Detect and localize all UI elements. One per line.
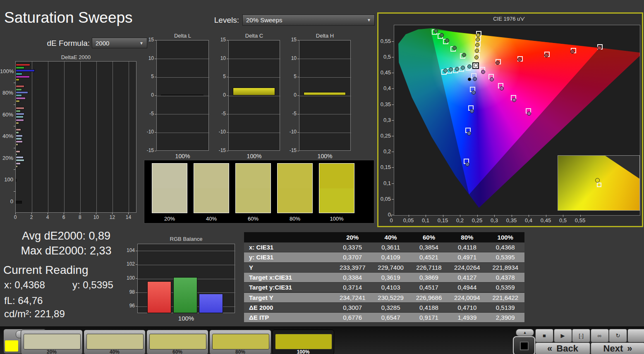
- cie-y-tick: [392, 73, 394, 73]
- gridline: [299, 114, 351, 114]
- patch-tile-60%[interactable]: 60%: [146, 330, 208, 354]
- delta_c-chart: [228, 40, 280, 151]
- de-bar-100%-blue: [16, 69, 35, 72]
- cie-measured-red: [544, 53, 548, 57]
- cie-y-tick: [392, 120, 394, 121]
- cie-measured-yellow: [474, 55, 479, 59]
- de-bar-60%-green: [16, 110, 21, 112]
- x-tick: [64, 213, 64, 214]
- sweep-swatch-20%: [152, 163, 187, 213]
- de-bar-40%-yellow: [16, 143, 18, 146]
- y-tick: [297, 114, 299, 114]
- table-row: x: CIE310,33750,36110,38540,41180,4368: [244, 242, 524, 252]
- chevron-down-icon: ▼: [367, 18, 371, 22]
- patch-tile-swatch: [24, 334, 81, 349]
- cie-y-tick-label: 0,3: [377, 117, 391, 123]
- cie-measured-green: [445, 38, 449, 43]
- de-bar-60%-magenta: [16, 119, 24, 121]
- table-cell: 0,3854: [410, 242, 448, 252]
- cie-y-tick: [392, 199, 394, 200]
- x-tick-label: 8: [75, 214, 85, 220]
- inset-target-square: [597, 183, 601, 187]
- table-cell: 0,4944: [448, 283, 486, 292]
- patch-tile-100%[interactable]: 100%: [272, 330, 334, 354]
- transport-continuous-button[interactable]: ∞: [591, 329, 609, 342]
- swatch-actual: [278, 164, 312, 188]
- transport-refresh-button[interactable]: ↻: [609, 329, 627, 342]
- de-bar-40%-magenta: [16, 140, 23, 143]
- y-tick: [155, 132, 156, 133]
- cie-measured-yellow: [475, 43, 479, 47]
- y-tick: [227, 40, 228, 40]
- x-tick: [128, 213, 129, 214]
- de-bar-100%-green: [16, 67, 24, 69]
- transport-blank-button[interactable]: [627, 329, 644, 342]
- delta_l-chart: [156, 40, 209, 151]
- cie-measured-cyan: [467, 64, 472, 69]
- patch-tile-20%[interactable]: 20%: [21, 330, 83, 354]
- swatch-label: 80%: [274, 216, 316, 222]
- refresh-icon: ↻: [616, 333, 620, 339]
- gridline: [138, 265, 235, 265]
- x-tick-label: 0: [10, 214, 20, 220]
- table-cell: 1,4939: [448, 313, 486, 322]
- play-icon: ▶: [561, 333, 565, 339]
- y-tick: [136, 292, 137, 293]
- patch-tile-80%[interactable]: 80%: [209, 330, 271, 354]
- back-button[interactable]: «Back: [535, 342, 590, 354]
- transport-single-measure-button[interactable]: [·]: [572, 329, 590, 342]
- delta_c-bar: [233, 88, 275, 95]
- stop-display-button[interactable]: [513, 336, 535, 354]
- table-cell: 0,9171: [410, 313, 448, 322]
- de-formula-label: dE Formula:: [37, 39, 90, 48]
- y-tick-label: 0: [284, 92, 297, 98]
- y-tick-label: 15: [213, 37, 226, 43]
- next-arrow-icon: »: [627, 343, 632, 354]
- table-header-cell: 80%: [448, 232, 486, 242]
- x-axis-label: 100%: [137, 315, 235, 322]
- y-tick: [297, 59, 299, 59]
- cie-x-tick: [494, 215, 495, 217]
- next-button[interactable]: Next»: [591, 342, 644, 354]
- de-formula-select[interactable]: 2000 ▼: [92, 38, 147, 48]
- patch-tile-40%[interactable]: 40%: [84, 330, 146, 354]
- gridline: [32, 62, 32, 213]
- gridline: [229, 133, 280, 133]
- transport-stop-button[interactable]: ■: [535, 329, 553, 342]
- cie-x-tick-label: 0,55: [572, 217, 589, 223]
- panel-up-button[interactable]: ▲: [516, 329, 534, 336]
- de-bar-20%-yellow: [16, 165, 18, 168]
- cie-y-tick: [392, 105, 394, 105]
- cie-y-tick-label: 0,2: [377, 148, 391, 154]
- de-bar-100-red: [16, 179, 17, 182]
- y-tick-label: 10: [284, 55, 297, 61]
- cie-measured-blue: [467, 131, 471, 135]
- table-row: ΔE ITP0,67760,65470,91711,49392,3909: [244, 313, 524, 323]
- y-tick: [227, 77, 228, 77]
- table-cell: 0,4517: [410, 283, 448, 292]
- transport-play-button[interactable]: ▶: [554, 329, 572, 342]
- gridline: [229, 59, 280, 59]
- table-cell: 0,5139: [486, 303, 524, 312]
- x-tick-label: 2: [26, 214, 36, 220]
- y-tick-label: -10: [213, 129, 226, 135]
- table-header-cell: 40%: [371, 232, 409, 242]
- table-cell: 0,4378: [486, 273, 524, 282]
- inset-measured-circle: [595, 178, 600, 183]
- de-formula-value: 2000: [96, 40, 109, 47]
- gridline: [64, 62, 65, 213]
- y-tick-label: 96: [123, 303, 135, 309]
- table-row: Target Y234,7241230,5229226,9686224,0094…: [244, 293, 524, 303]
- y-group-label: 80%: [0, 90, 13, 96]
- cie-measured-magenta: [490, 77, 494, 81]
- patch-tile-swatch: [86, 334, 144, 349]
- y-tick: [14, 148, 15, 148]
- cie-y-tick-label: 0,45: [377, 69, 391, 76]
- cie-measured-red: [496, 61, 500, 65]
- table-cell: 226,7118: [410, 263, 448, 272]
- cie-zoom-inset: [558, 155, 640, 211]
- levels-select[interactable]: 20% Sweeps ▼: [242, 14, 375, 26]
- cie-x-tick: [563, 215, 563, 217]
- table-cell: 0,3375: [333, 242, 371, 252]
- table-cell: 224,0264: [448, 263, 486, 272]
